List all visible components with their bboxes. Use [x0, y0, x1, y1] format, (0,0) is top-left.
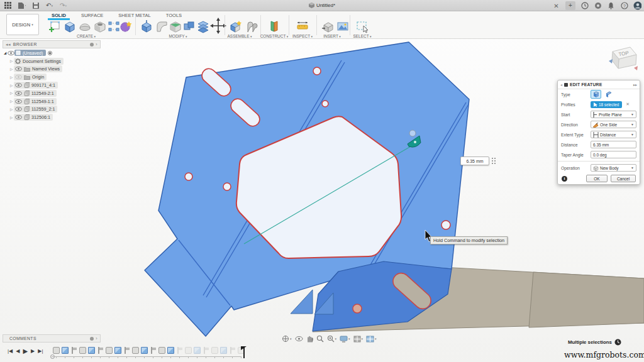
cancel-button[interactable]: Cancel [611, 175, 636, 182]
clear-selection-icon[interactable]: ✕ [626, 102, 630, 107]
timeline-sketch-feature[interactable] [106, 347, 113, 354]
pan-button[interactable] [306, 335, 313, 343]
timeline-sketch-feature[interactable] [211, 347, 218, 354]
dialog-collapse-icon[interactable]: ◂ [560, 82, 562, 87]
browser-item-label: Named Views [32, 66, 60, 72]
timeline-extrude-feature[interactable] [114, 347, 121, 354]
comments-panel-header[interactable]: COMMENTS › [3, 334, 101, 343]
timeline-flag-feature[interactable] [176, 347, 183, 354]
timeline-extrude-feature[interactable] [141, 347, 148, 354]
comments-options-icon[interactable] [90, 337, 94, 341]
visibility-eye-icon[interactable] [15, 67, 22, 71]
visibility-eye-icon[interactable] [15, 83, 22, 87]
timeline-sketch-feature[interactable] [53, 347, 60, 354]
timeline-sketch-feature[interactable] [132, 347, 139, 354]
timeline-flag-feature[interactable] [203, 347, 209, 354]
browser-item[interactable]: ▷Origin [3, 73, 109, 81]
timeline-extrude-feature[interactable] [220, 347, 227, 354]
browser-item[interactable]: ▷312506:1 [3, 113, 109, 121]
timeline-sketch-feature[interactable] [79, 347, 86, 354]
browser-expand-icon[interactable]: › [96, 42, 97, 47]
type-row: Type [558, 89, 640, 99]
visibility-eye-icon[interactable] [8, 51, 14, 55]
expand-triangle-icon[interactable]: ▷ [9, 67, 14, 71]
zoom-button[interactable] [316, 335, 324, 343]
step-forward-button[interactable]: ▶ [31, 348, 35, 354]
dimension-value-input[interactable]: 6.35 mm [460, 156, 489, 165]
timeline-sketch-feature[interactable] [158, 347, 165, 354]
look-at-button[interactable] [295, 336, 303, 342]
visibility-eye-icon[interactable] [15, 107, 22, 111]
timeline-extrude-feature[interactable] [88, 347, 95, 354]
expand-triangle-icon[interactable]: ▷ [9, 107, 14, 111]
timeline-extrude-feature[interactable] [62, 347, 69, 354]
browser-item[interactable]: ▷112549-1:1 [3, 97, 109, 106]
timeline-flag-feature[interactable] [229, 347, 236, 354]
visibility-eye-icon[interactable] [15, 99, 22, 104]
type-label: Type [561, 92, 591, 97]
browser-item[interactable]: ▷Document Settings [3, 57, 109, 65]
profiles-selection-chip[interactable]: 18 selected [591, 101, 622, 108]
browser-item[interactable]: ▷112549-2:1 [3, 89, 109, 97]
visibility-eye-icon[interactable] [15, 91, 22, 96]
type-thin-extrude-button[interactable] [603, 90, 614, 99]
expand-triangle-icon[interactable]: ◢ [3, 51, 8, 55]
active-component-radio[interactable] [48, 51, 52, 55]
timeline-extrude-feature[interactable] [167, 347, 174, 354]
dialog-dock-icon[interactable]: ▸▸ [633, 82, 637, 87]
browser-item[interactable]: ▷909171_4:1 [3, 81, 109, 89]
timeline-flag-feature[interactable] [123, 347, 130, 354]
expand-triangle-icon[interactable]: ▷ [9, 91, 14, 95]
expand-triangle-icon[interactable]: ▷ [9, 99, 14, 103]
timeline-flag-feature[interactable] [70, 347, 77, 354]
browser-collapse-icon[interactable]: ◂◂ [6, 42, 11, 47]
go-to-start-button[interactable]: |◀ [8, 348, 13, 354]
browser-root-item[interactable]: ◢ (Unsaved) [3, 49, 109, 57]
dialog-header[interactable]: ◂ EDIT FEATURE ▸▸ [558, 80, 640, 89]
manipulator-origin[interactable] [409, 130, 416, 136]
operation-select[interactable]: New Body▼ [591, 164, 636, 172]
direction-row: Direction One Side▼ [558, 119, 640, 129]
undo-history-icon[interactable] [614, 339, 621, 346]
orbit-button[interactable]: ▾ [282, 335, 292, 343]
timeline-track[interactable] [53, 356, 242, 357]
grid-snaps-button[interactable]: ▾ [353, 336, 364, 343]
taper-angle-input[interactable]: 0.0 deg [591, 151, 636, 158]
browser-item[interactable]: ▷112559_2:1 [3, 106, 109, 114]
timeline-extrude-feature[interactable] [194, 347, 201, 354]
direction-select[interactable]: One Side▼ [591, 121, 636, 128]
play-button[interactable]: ▶ [23, 348, 28, 354]
expand-triangle-icon[interactable]: ▷ [9, 116, 14, 119]
display-settings-button[interactable]: ▾ [340, 336, 350, 343]
dimension-drag-handle[interactable] [491, 157, 496, 165]
root-document-chip[interactable]: (Unsaved) [14, 50, 46, 56]
body-icon [24, 82, 30, 88]
comments-expand-icon[interactable]: › [96, 336, 97, 341]
browser-options-icon[interactable] [90, 43, 94, 47]
direction-label: Direction [561, 123, 591, 127]
extent-type-select[interactable]: Distance▼ [591, 131, 636, 138]
go-to-end-button[interactable]: ▶| [38, 348, 43, 354]
expand-triangle-icon[interactable]: ▷ [9, 59, 14, 63]
browser-panel-header[interactable]: ◂◂ BROWSER › [3, 40, 101, 48]
visibility-eye-icon[interactable] [15, 115, 22, 119]
start-select[interactable]: Profile Plane▼ [591, 111, 636, 118]
step-back-button[interactable]: ◀ [16, 348, 19, 354]
info-icon[interactable]: i [562, 176, 567, 182]
ok-button[interactable]: OK [586, 175, 608, 182]
timeline-sketch-feature[interactable] [185, 347, 192, 354]
view-navigation-bar: ▾ ▾ ▾ ▾ ▾ [282, 334, 377, 343]
visibility-eye-icon[interactable] [15, 75, 22, 79]
distance-input[interactable]: 6.35 mm [591, 141, 636, 148]
view-cube[interactable]: TOP [605, 40, 641, 77]
viewports-button[interactable]: ▾ [366, 336, 377, 343]
start-label: Start [561, 112, 591, 117]
timeline-flag-feature[interactable] [150, 347, 157, 354]
type-extrude-button[interactable] [591, 90, 601, 99]
expand-triangle-icon[interactable]: ▷ [9, 84, 14, 87]
browser-item-label: Document Settings [23, 58, 61, 64]
timeline-flag-feature[interactable] [97, 347, 104, 354]
expand-triangle-icon[interactable]: ▷ [9, 75, 14, 79]
browser-item[interactable]: ▷Named Views [3, 65, 109, 74]
fit-button[interactable]: ▾ [327, 335, 337, 343]
